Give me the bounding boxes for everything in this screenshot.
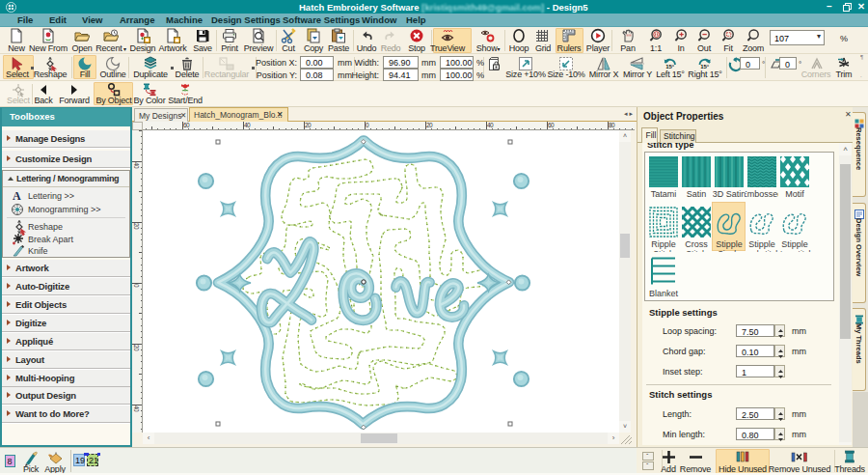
svg-text:15°: 15° [665, 64, 675, 70]
svg-text:15°: 15° [700, 64, 710, 70]
